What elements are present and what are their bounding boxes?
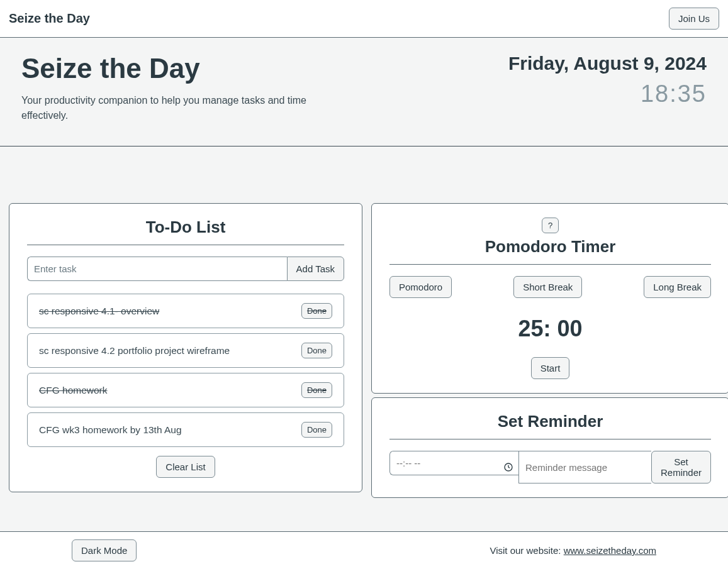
footer-prefix: Visit our website: [490, 545, 563, 556]
footer: Dark Mode Visit our website: www.seizeth… [0, 531, 728, 569]
todo-title: To-Do List [27, 218, 344, 237]
set-reminder-button[interactable]: Set Reminder [651, 451, 711, 483]
main: To-Do List Add Task sc responsive 4.1- o… [0, 146, 728, 507]
clear-list-button[interactable]: Clear List [156, 456, 215, 478]
footer-text: Visit our website: www.seizetheday.com [490, 545, 656, 556]
dark-mode-button[interactable]: Dark Mode [72, 539, 137, 561]
header-left: Seize the Day Your productivity companio… [21, 53, 323, 123]
divider [389, 439, 711, 439]
task-done-button[interactable]: Done [301, 303, 332, 319]
header-right: Friday, August 9, 2024 18:35 [508, 53, 707, 123]
pomodoro-start-button[interactable]: Start [531, 357, 570, 379]
page-subtitle: Your productivity companion to help you … [21, 93, 323, 123]
reminder-title: Set Reminder [389, 412, 711, 431]
task-input[interactable] [27, 257, 287, 281]
reminder-card: Set Reminder Set Reminder [371, 397, 728, 498]
task-done-button[interactable]: Done [301, 422, 332, 438]
task-item: CFG wk3 homework by 13th Aug Done [27, 412, 344, 447]
task-text: CFG homework [39, 385, 108, 396]
reminder-time-input[interactable] [389, 451, 518, 475]
current-time: 18:35 [508, 80, 707, 108]
pomodoro-modes: Pomodoro Short Break Long Break [389, 276, 711, 298]
task-item: sc responsive 4.1- overview Done [27, 294, 344, 328]
add-task-button[interactable]: Add Task [287, 257, 344, 281]
topbar: Seize the Day Join Us [0, 0, 728, 38]
task-text: sc responsive 4.2 portfolio project wire… [39, 345, 230, 356]
reminder-message-input[interactable] [518, 451, 651, 483]
task-item: sc responsive 4.2 portfolio project wire… [27, 333, 344, 368]
topbar-title: Seize the Day [9, 11, 90, 26]
pomodoro-time-display: 25: 00 [389, 316, 711, 342]
divider [27, 245, 344, 245]
page-title: Seize the Day [21, 53, 323, 84]
pomodoro-help-button[interactable]: ? [542, 218, 559, 233]
reminder-input-row: Set Reminder [389, 451, 711, 483]
footer-link[interactable]: www.seizetheday.com [564, 545, 656, 556]
task-text: sc responsive 4.1- overview [39, 306, 159, 317]
task-done-button[interactable]: Done [301, 343, 332, 358]
pomodoro-mode-button[interactable]: Pomodoro [389, 276, 452, 298]
pomodoro-card: ? Pomodoro Timer Pomodoro Short Break Lo… [371, 203, 728, 394]
todo-card: To-Do List Add Task sc responsive 4.1- o… [9, 203, 362, 492]
todo-input-row: Add Task [27, 257, 344, 281]
pomodoro-title: Pomodoro Timer [389, 237, 711, 257]
join-us-button[interactable]: Join Us [669, 8, 719, 30]
short-break-button[interactable]: Short Break [513, 276, 582, 298]
task-text: CFG wk3 homework by 13th Aug [39, 424, 182, 436]
current-date: Friday, August 9, 2024 [508, 53, 707, 74]
task-done-button[interactable]: Done [301, 382, 332, 398]
divider [389, 264, 711, 265]
task-item: CFG homework Done [27, 373, 344, 407]
long-break-button[interactable]: Long Break [644, 276, 711, 298]
header: Seize the Day Your productivity companio… [0, 38, 728, 146]
